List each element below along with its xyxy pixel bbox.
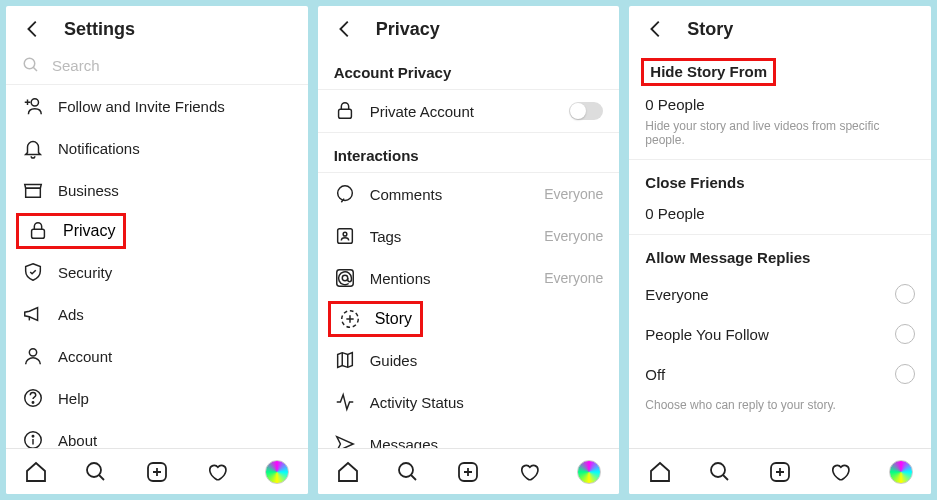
settings-label: Privacy [63, 222, 115, 240]
privacy-screen: Privacy Account Privacy Private Account … [318, 6, 620, 494]
settings-label: Notifications [58, 140, 292, 157]
radio-icon[interactable] [895, 364, 915, 384]
megaphone-icon [22, 303, 44, 325]
bottom-nav [6, 448, 308, 494]
privacy-item-activity[interactable]: Activity Status [318, 381, 620, 423]
settings-item-ads[interactable]: Ads [6, 293, 308, 335]
search-icon [22, 56, 40, 74]
settings-list: Follow and Invite Friends Notifications … [6, 85, 308, 448]
settings-label: Security [58, 264, 292, 281]
new-post-icon[interactable] [456, 460, 480, 484]
bottom-nav [318, 448, 620, 494]
story-icon [339, 308, 361, 330]
svg-rect-10 [338, 109, 351, 118]
activity-icon [334, 391, 356, 413]
svg-point-7 [32, 436, 33, 437]
privacy-content: Account Privacy Private Account Interact… [318, 50, 620, 448]
hide-story-value[interactable]: 0 People [629, 90, 931, 115]
radio-icon[interactable] [895, 324, 915, 344]
settings-item-security[interactable]: Security [6, 251, 308, 293]
story-screen: Story Hide Story From 0 People Hide your… [629, 6, 931, 494]
bottom-nav [629, 448, 931, 494]
avatar[interactable] [265, 460, 289, 484]
reply-label: Off [645, 366, 881, 383]
privacy-item-mentions[interactable]: Mentions Everyone [318, 257, 620, 299]
settings-item-account[interactable]: Account [6, 335, 308, 377]
close-friends-value[interactable]: 0 People [629, 199, 931, 235]
search-icon[interactable] [708, 460, 732, 484]
privacy-label: Comments [370, 186, 531, 203]
search-row[interactable]: Search [6, 50, 308, 85]
settings-item-help[interactable]: Help [6, 377, 308, 419]
svg-point-17 [399, 463, 413, 477]
help-icon [22, 387, 44, 409]
privacy-item-messages[interactable]: Messages [318, 423, 620, 448]
svg-point-13 [343, 232, 347, 236]
comment-icon [334, 183, 356, 205]
new-post-icon[interactable] [768, 460, 792, 484]
private-account-row[interactable]: Private Account [318, 89, 620, 133]
privacy-item-tags[interactable]: Tags Everyone [318, 215, 620, 257]
reply-option-off[interactable]: Off [629, 354, 931, 394]
mention-icon [334, 267, 356, 289]
lock-icon [27, 220, 49, 242]
privacy-label: Mentions [370, 270, 531, 287]
story-content: Hide Story From 0 People Hide your story… [629, 50, 931, 448]
replies-header: Allow Message Replies [629, 235, 931, 274]
avatar[interactable] [889, 460, 913, 484]
reply-option-everyone[interactable]: Everyone [629, 274, 931, 314]
svg-point-15 [342, 275, 348, 281]
page-title: Privacy [376, 19, 440, 40]
info-icon [22, 429, 44, 448]
svg-point-11 [337, 186, 352, 201]
hide-story-header: Hide Story From [650, 63, 767, 80]
search-placeholder: Search [52, 57, 100, 74]
privacy-label: Story [375, 310, 412, 328]
svg-rect-2 [32, 229, 45, 238]
heart-icon[interactable] [517, 460, 541, 484]
home-icon[interactable] [648, 460, 672, 484]
lock-icon [334, 100, 356, 122]
toggle-off[interactable] [569, 102, 603, 120]
guides-icon [334, 349, 356, 371]
replies-hint: Choose who can reply to your story. [629, 394, 931, 424]
settings-item-notifications[interactable]: Notifications [6, 127, 308, 169]
privacy-label: Messages [370, 436, 604, 449]
svg-point-5 [32, 402, 33, 403]
heart-icon[interactable] [205, 460, 229, 484]
back-icon[interactable] [334, 18, 356, 40]
messages-icon [334, 433, 356, 448]
privacy-label: Guides [370, 352, 604, 369]
section-account-privacy: Account Privacy [318, 50, 620, 89]
settings-screen: Settings Search Follow and Invite Friend… [6, 6, 308, 494]
avatar[interactable] [577, 460, 601, 484]
bell-icon [22, 137, 44, 159]
back-icon[interactable] [645, 18, 667, 40]
settings-label: Follow and Invite Friends [58, 98, 292, 115]
settings-label: Account [58, 348, 292, 365]
settings-item-business[interactable]: Business [6, 169, 308, 211]
new-post-icon[interactable] [145, 460, 169, 484]
privacy-item-story-highlighted[interactable]: Story [328, 301, 423, 337]
settings-item-about[interactable]: About [6, 419, 308, 448]
shop-icon [22, 179, 44, 201]
settings-label: Ads [58, 306, 292, 323]
svg-point-0 [24, 58, 35, 69]
heart-icon[interactable] [828, 460, 852, 484]
settings-item-privacy-highlighted[interactable]: Privacy [16, 213, 126, 249]
settings-label: Business [58, 182, 292, 199]
privacy-item-comments[interactable]: Comments Everyone [318, 172, 620, 215]
settings-item-follow[interactable]: Follow and Invite Friends [6, 85, 308, 127]
home-icon[interactable] [336, 460, 360, 484]
hide-story-header-highlighted: Hide Story From [641, 58, 776, 86]
search-icon[interactable] [396, 460, 420, 484]
privacy-trail: Everyone [544, 270, 603, 286]
back-icon[interactable] [22, 18, 44, 40]
page-title: Settings [64, 19, 135, 40]
search-icon[interactable] [84, 460, 108, 484]
header: Story [629, 6, 931, 50]
privacy-item-guides[interactable]: Guides [318, 339, 620, 381]
home-icon[interactable] [24, 460, 48, 484]
radio-icon[interactable] [895, 284, 915, 304]
reply-option-following[interactable]: People You Follow [629, 314, 931, 354]
